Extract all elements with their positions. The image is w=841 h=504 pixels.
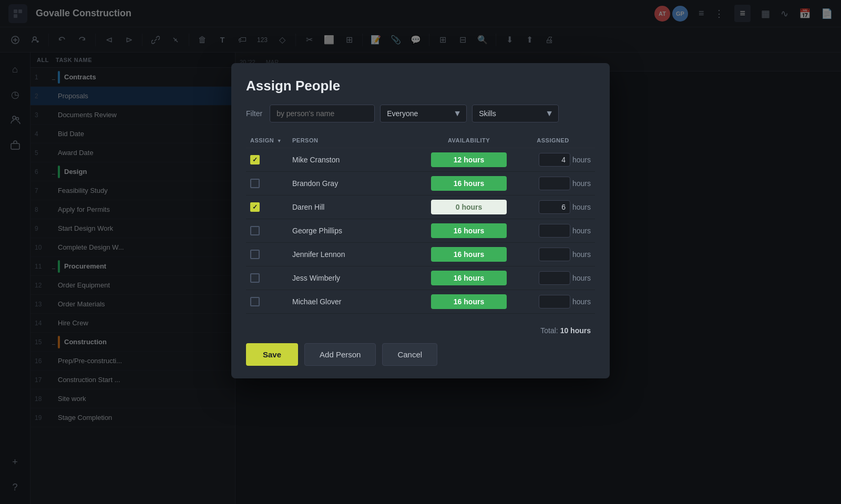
availability-cell: 16 hours bbox=[427, 290, 511, 314]
people-table: ASSIGN ▼ PERSON AVAILABILITY ASSIGNED Mi… bbox=[246, 133, 595, 314]
assigned-input-jennifer-lennon[interactable] bbox=[539, 248, 570, 261]
assigned-input-group: hours bbox=[515, 200, 591, 214]
person-row: Michael Glover16 hourshours bbox=[246, 290, 595, 314]
assigned-input-group: hours bbox=[515, 271, 591, 285]
add-person-button[interactable]: Add Person bbox=[304, 343, 376, 366]
sort-arrow: ▼ bbox=[277, 138, 282, 143]
filter-label: Filter bbox=[246, 109, 262, 118]
filter-row: Filter Everyone Group 1 Group 2 ▼ Skills… bbox=[246, 105, 595, 122]
group-select-wrapper: Everyone Group 1 Group 2 ▼ bbox=[380, 105, 467, 122]
person-name-cell: Jennifer Lennon bbox=[288, 243, 427, 266]
availability-cell: 16 hours bbox=[427, 172, 511, 196]
hours-label: hours bbox=[572, 250, 591, 259]
assign-people-modal: Assign People Filter Everyone Group 1 Gr… bbox=[231, 63, 610, 378]
modal-overlay: Assign People Filter Everyone Group 1 Gr… bbox=[0, 0, 841, 504]
total-value: 10 hours bbox=[560, 326, 591, 335]
cancel-button[interactable]: Cancel bbox=[382, 343, 437, 366]
assigned-input-jess-wimberly[interactable] bbox=[539, 271, 570, 285]
assign-cell bbox=[246, 196, 288, 219]
people-tbody: Mike Cranston12 hourshoursBrandon Gray16… bbox=[246, 148, 595, 314]
person-row: Daren Hill0 hourshours bbox=[246, 196, 595, 219]
assigned-input-mike-cranston[interactable] bbox=[539, 153, 570, 167]
total-row: Total: 10 hours bbox=[246, 322, 595, 339]
assigned-input-daren-hill[interactable] bbox=[539, 200, 570, 214]
availability-cell: 16 hours bbox=[427, 243, 511, 266]
assigned-input-group: hours bbox=[515, 177, 591, 190]
person-name-cell: Mike Cranston bbox=[288, 148, 427, 172]
availability-bar: 16 hours bbox=[431, 223, 507, 238]
assigned-cell: hours bbox=[511, 290, 595, 314]
group-select[interactable]: Everyone Group 1 Group 2 bbox=[380, 105, 467, 122]
person-name-cell: Jess Wimberly bbox=[288, 266, 427, 290]
availability-bar: 0 hours bbox=[431, 200, 507, 214]
assigned-cell: hours bbox=[511, 243, 595, 266]
assigned-cell: hours bbox=[511, 196, 595, 219]
filter-name-input[interactable] bbox=[270, 105, 375, 122]
person-row: Mike Cranston12 hourshours bbox=[246, 148, 595, 172]
checkbox-michael-glover[interactable] bbox=[250, 297, 260, 306]
person-name-cell: Daren Hill bbox=[288, 196, 427, 219]
hours-label: hours bbox=[572, 156, 591, 164]
assigned-input-group: hours bbox=[515, 153, 591, 167]
modal-title: Assign People bbox=[246, 78, 595, 94]
hours-label: hours bbox=[572, 203, 591, 211]
assign-cell bbox=[246, 219, 288, 243]
availability-bar: 16 hours bbox=[431, 271, 507, 285]
person-row: Jess Wimberly16 hourshours bbox=[246, 266, 595, 290]
assigned-input-group: hours bbox=[515, 224, 591, 238]
availability-bar: 16 hours bbox=[431, 247, 507, 262]
assigned-cell: hours bbox=[511, 219, 595, 243]
availability-cell: 0 hours bbox=[427, 196, 511, 219]
col-assign-header: ASSIGN ▼ bbox=[246, 133, 288, 148]
person-name-cell: Michael Glover bbox=[288, 290, 427, 314]
availability-bar: 12 hours bbox=[431, 152, 507, 167]
save-button[interactable]: Save bbox=[246, 343, 298, 366]
availability-cell: 16 hours bbox=[427, 219, 511, 243]
availability-cell: 12 hours bbox=[427, 148, 511, 172]
assign-cell bbox=[246, 266, 288, 290]
availability-bar: 16 hours bbox=[431, 294, 507, 309]
person-row: Jennifer Lennon16 hourshours bbox=[246, 243, 595, 266]
hours-label: hours bbox=[572, 297, 591, 306]
hours-label: hours bbox=[572, 179, 591, 188]
checkbox-jess-wimberly[interactable] bbox=[250, 273, 260, 283]
assign-cell bbox=[246, 290, 288, 314]
assigned-cell: hours bbox=[511, 266, 595, 290]
assigned-cell: hours bbox=[511, 148, 595, 172]
assigned-input-group: hours bbox=[515, 295, 591, 308]
assigned-cell: hours bbox=[511, 172, 595, 196]
assigned-input-michael-glover[interactable] bbox=[539, 295, 570, 308]
checkbox-mike-cranston[interactable] bbox=[250, 155, 260, 164]
checkbox-george-phillips[interactable] bbox=[250, 226, 260, 235]
assign-cell bbox=[246, 243, 288, 266]
person-row: George Phillips16 hourshours bbox=[246, 219, 595, 243]
people-table-container: ASSIGN ▼ PERSON AVAILABILITY ASSIGNED Mi… bbox=[246, 133, 595, 322]
checkbox-brandon-gray[interactable] bbox=[250, 179, 260, 188]
availability-bar: 16 hours bbox=[431, 176, 507, 191]
assigned-input-group: hours bbox=[515, 248, 591, 261]
availability-cell: 16 hours bbox=[427, 266, 511, 290]
col-avail-header: AVAILABILITY bbox=[427, 133, 511, 148]
person-name-cell: George Phillips bbox=[288, 219, 427, 243]
skills-select-wrapper: Skills All Skills ▼ bbox=[472, 105, 559, 122]
person-row: Brandon Gray16 hourshours bbox=[246, 172, 595, 196]
total-label: Total: bbox=[540, 326, 558, 335]
assigned-input-george-phillips[interactable] bbox=[539, 224, 570, 238]
col-person-header: PERSON bbox=[288, 133, 427, 148]
hours-label: hours bbox=[572, 274, 591, 282]
modal-buttons: Save Add Person Cancel bbox=[246, 343, 595, 366]
checkbox-daren-hill[interactable] bbox=[250, 202, 260, 212]
col-assigned-header: ASSIGNED bbox=[511, 133, 595, 148]
people-table-head: ASSIGN ▼ PERSON AVAILABILITY ASSIGNED bbox=[246, 133, 595, 148]
assigned-input-brandon-gray[interactable] bbox=[539, 177, 570, 190]
assign-cell bbox=[246, 148, 288, 172]
assign-cell bbox=[246, 172, 288, 196]
person-name-cell: Brandon Gray bbox=[288, 172, 427, 196]
hours-label: hours bbox=[572, 227, 591, 235]
checkbox-jennifer-lennon[interactable] bbox=[250, 250, 260, 259]
skills-select[interactable]: Skills All Skills bbox=[472, 105, 559, 122]
